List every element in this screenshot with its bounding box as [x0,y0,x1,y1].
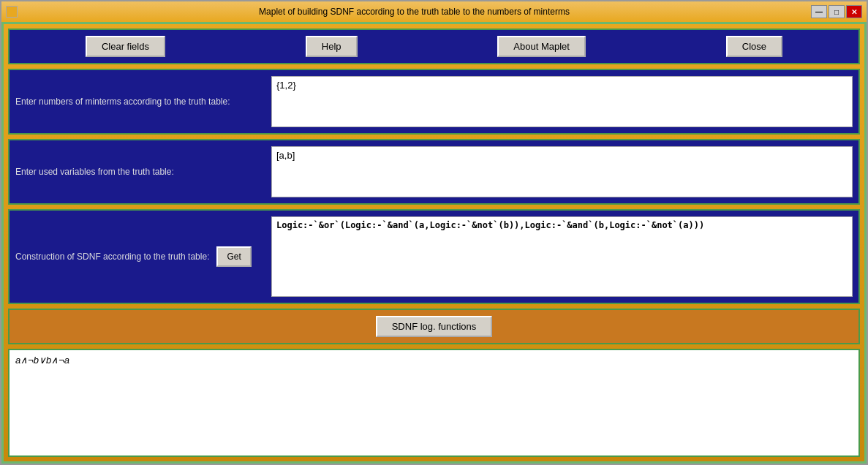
clear-fields-button[interactable]: Clear fields [86,36,165,57]
variables-label: Enter used variables from the truth tabl… [15,146,271,197]
help-button[interactable]: Help [306,36,358,57]
window-controls: — □ ✕ [811,5,862,18]
sdnf-log-functions-button[interactable]: SDNF log. functions [376,316,493,337]
output-box: a∧¬b∨b∧¬a [8,349,860,457]
app-icon [6,6,18,18]
close-window-button[interactable]: ✕ [846,5,862,18]
toolbar: Clear fields Help About Maplet Close [8,29,860,64]
window-title: Maplet of building SDNF according to the… [18,7,811,17]
get-button[interactable]: Get [216,246,251,267]
sdnf-construction-label: Construction of SDNF according to the tr… [15,216,271,297]
sdnf-result-area[interactable] [271,216,853,297]
sdnf-construction-section: Construction of SDNF according to the tr… [8,209,860,304]
minterms-section: Enter numbers of minterms according to t… [8,69,860,135]
sdnf-bar: SDNF log. functions [8,309,860,344]
close-button[interactable]: Close [726,36,782,57]
main-window: Maplet of building SDNF according to the… [0,0,868,465]
variables-input[interactable] [271,146,853,197]
output-text: a∧¬b∨b∧¬a [15,355,69,366]
title-bar: Maplet of building SDNF according to the… [1,1,867,22]
main-content: Clear fields Help About Maplet Close Ent… [1,22,867,464]
minterms-label: Enter numbers of minterms according to t… [15,76,271,127]
maximize-button[interactable]: □ [829,5,845,18]
minterms-input[interactable] [271,76,853,127]
minimize-button[interactable]: — [811,5,827,18]
about-button[interactable]: About Maplet [497,36,586,57]
variables-section: Enter used variables from the truth tabl… [8,139,860,205]
